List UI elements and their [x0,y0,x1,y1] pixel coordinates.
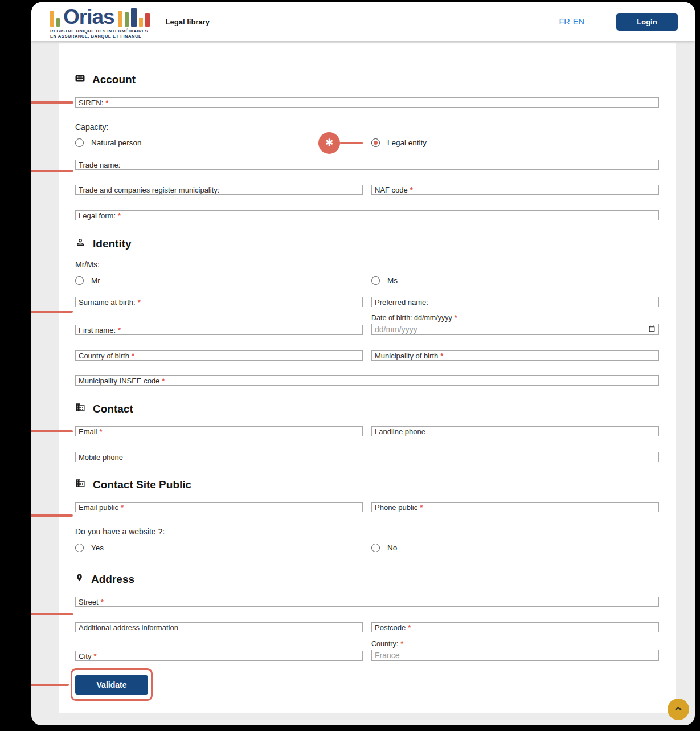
country-input[interactable]: France [371,650,659,661]
siren-label: SIREN: [79,99,103,107]
page-title: Legal library [166,18,210,26]
validate-area: 7 Validate [75,675,148,695]
section-title-contact-site-public: Contact Site Public [75,478,659,491]
annotation-line-6 [31,613,73,615]
section-title-identity: Identity [75,237,659,250]
section-title-address: Address [75,573,659,586]
landline-phone-input[interactable]: Landline phone [371,426,659,436]
lang-en-link[interactable]: EN [573,17,584,26]
trade-name-input[interactable]: 2 Trade name: [75,160,659,170]
first-name-input[interactable]: First name: * [75,325,363,335]
website-question-label: Do you have a website ?: [75,527,659,536]
location-pin-icon [75,573,84,586]
language-switcher: FR EN [559,17,585,26]
postcode-input[interactable]: Postcode * [371,622,659,632]
orias-logo-bars: Orias [50,5,150,27]
logo-bar [131,8,137,27]
radio-icon[interactable] [75,544,84,552]
radio-icon[interactable] [75,276,84,285]
registration-form-card: Account 1 SIREN: * Capacity: Natural per… [59,43,676,713]
chevron-up-icon [673,703,684,716]
public-contact-row: 5 Email public * Phone public * [75,502,659,512]
radio-website-yes[interactable]: Yes [75,544,363,552]
browser-window: Orias REGISTRE UNIQUE DES INTERMÉDIAIRES… [31,2,695,725]
mobile-phone-input[interactable]: Mobile phone [75,452,659,462]
logo-bar [118,11,122,27]
country-label: Country:* [371,640,659,648]
calendar-icon[interactable] [648,325,656,334]
account-card-icon [75,73,85,86]
logo-title: Orias [63,7,114,27]
logo-bar [56,18,60,27]
orias-logo[interactable]: Orias REGISTRE UNIQUE DES INTERMÉDIAIRES… [50,5,150,39]
radio-icon[interactable] [75,138,84,147]
annotation-line-1 [31,101,73,104]
additional-address-input[interactable]: Additional address information [75,622,363,632]
insee-code-input[interactable]: Municipality INSEE code * [75,375,659,386]
logo-bar [125,12,129,27]
section-title-contact: Contact [75,402,659,415]
preferred-name-input[interactable]: Preferred name: [371,297,659,307]
section-title-account: Account [75,73,659,86]
annotation-line-3 [31,311,73,313]
email-input[interactable]: Email * [75,426,363,436]
building-icon [75,478,85,491]
radio-mr[interactable]: Mr [75,276,363,285]
email-public-input[interactable]: Email public * [75,502,363,512]
date-of-birth-label: Date of birth: dd/mm/yyyy* [371,314,659,322]
top-navbar: Orias REGISTRE UNIQUE DES INTERMÉDIAIRES… [31,2,695,41]
logo-bar [145,13,150,27]
capacity-label: Capacity: [75,122,659,132]
country-of-birth-input[interactable]: Country of birth * [75,350,363,361]
naf-code-input[interactable]: NAF code * [371,185,659,195]
validate-button[interactable]: Validate [75,675,148,695]
radio-website-no[interactable]: No [371,544,659,552]
annotation-line-2 [31,170,73,172]
mr-ms-label: Mr/Ms: [75,260,659,269]
municipality-of-birth-input[interactable]: Municipality of birth * [371,350,659,361]
email-row: 4 Email * Landline phone [75,426,659,436]
register-municipality-input[interactable]: Trade and companies register municipalit… [75,185,363,195]
logo-tagline: REGISTRE UNIQUE DES INTERMÉDIAIRES EN AS… [50,28,150,39]
surname-at-birth-input[interactable]: Surname at birth: * [75,297,363,307]
radio-legal-entity[interactable]: ✱ Legal entity [371,138,659,147]
logo-bar [50,11,54,27]
legal-form-input[interactable]: Legal form: * [75,210,659,220]
person-icon [75,237,85,250]
date-of-birth-input[interactable]: dd/mm/yyyy [371,324,659,335]
annotation-line-5 [31,514,73,517]
radio-selected-icon[interactable] [371,138,380,147]
city-input[interactable]: City * [75,651,363,661]
annotation-asterisk-line [340,142,363,144]
radio-ms[interactable]: Ms [371,276,659,285]
scroll-to-top-button[interactable] [668,699,689,720]
annotation-asterisk-marker: ✱ [318,132,340,154]
annotation-line-4 [31,430,73,432]
logo-bar [139,18,143,27]
radio-icon[interactable] [371,544,380,552]
building-icon [75,402,85,415]
login-button[interactable]: Login [616,13,678,31]
street-input[interactable]: 6 Street * [75,597,659,607]
phone-public-input[interactable]: Phone public * [371,502,659,512]
lang-fr-link[interactable]: FR [559,17,570,26]
radio-icon[interactable] [371,276,380,285]
siren-input[interactable]: 1 SIREN: * [75,97,659,108]
surname-row: 3 Surname at birth: * Preferred name: [75,297,659,307]
annotation-line-7 [31,684,69,686]
